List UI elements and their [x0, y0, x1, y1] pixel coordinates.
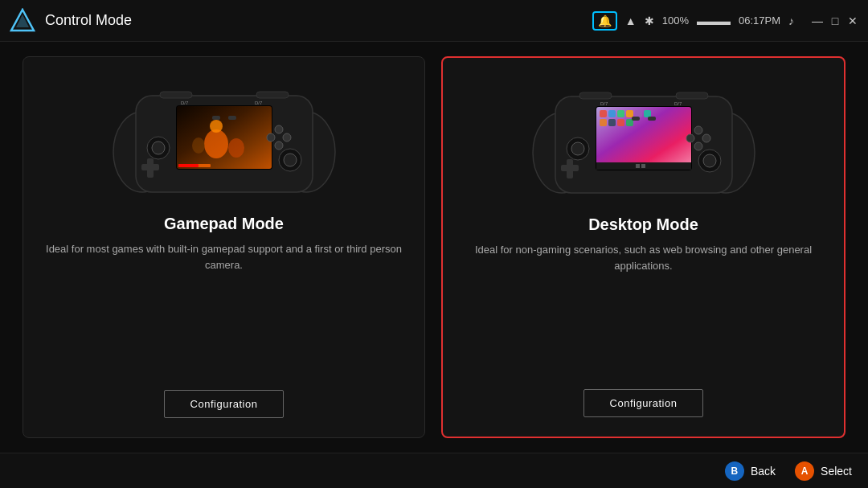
- svg-rect-61: [676, 92, 708, 99]
- svg-rect-60: [579, 92, 612, 99]
- back-badge: B: [725, 461, 744, 481]
- svg-point-15: [152, 141, 165, 154]
- gamepad-config-button[interactable]: Configuration: [164, 390, 285, 418]
- svg-rect-38: [600, 110, 607, 117]
- svg-point-51: [703, 154, 716, 167]
- app-logo: [10, 8, 35, 34]
- svg-rect-40: [617, 110, 624, 117]
- svg-rect-42: [635, 110, 642, 117]
- svg-point-23: [275, 141, 283, 150]
- svg-rect-19: [141, 164, 159, 170]
- notification-icon[interactable]: 🔔: [592, 11, 617, 31]
- maximize-button[interactable]: □: [829, 15, 841, 27]
- battery-icon: ▬▬▬: [697, 14, 731, 27]
- svg-point-49: [571, 142, 584, 155]
- window-controls: — □ ✕: [812, 15, 858, 27]
- desktop-config-button[interactable]: Configuration: [583, 389, 704, 417]
- gamepad-device-image: D/7 D/7: [112, 72, 337, 200]
- profile-icon: ♪: [788, 14, 794, 27]
- clock: 06:17PM: [739, 14, 780, 27]
- minimize-button[interactable]: —: [812, 15, 823, 27]
- gamepad-mode-desc: Ideal for most games with built-in gamep…: [43, 241, 405, 273]
- bluetooth-icon: ✱: [645, 14, 654, 27]
- back-action[interactable]: B Back: [725, 461, 776, 481]
- select-label: Select: [821, 465, 852, 478]
- battery-level: 100%: [662, 14, 689, 27]
- bottom-bar: B Back A Select: [0, 453, 868, 488]
- svg-point-54: [694, 126, 702, 134]
- svg-point-17: [284, 154, 297, 166]
- svg-point-21: [283, 133, 291, 141]
- close-button[interactable]: ✕: [847, 15, 858, 27]
- svg-rect-43: [644, 110, 651, 117]
- svg-rect-41: [626, 110, 633, 117]
- gamepad-mode-title: Gamepad Mode: [164, 215, 284, 233]
- desktop-mode-desc: Ideal for non-gaming scenarios, such as …: [462, 242, 825, 273]
- svg-point-9: [210, 120, 223, 133]
- desktop-mode-card[interactable]: D/7 D/7 Desktop Mode Ideal for non-gamin…: [441, 56, 845, 438]
- svg-point-57: [694, 142, 702, 150]
- svg-point-11: [192, 137, 205, 154]
- svg-text:D/7: D/7: [674, 101, 682, 106]
- svg-rect-62: [632, 117, 640, 121]
- gamepad-mode-card[interactable]: D/7 D/7 Gamepad Mode Ideal for most game…: [23, 56, 425, 438]
- page-title: Control Mode: [45, 12, 592, 29]
- wifi-icon: ▲: [625, 14, 637, 27]
- svg-point-10: [228, 138, 244, 158]
- svg-point-8: [204, 129, 228, 158]
- svg-rect-44: [600, 119, 607, 126]
- svg-point-56: [686, 134, 694, 142]
- svg-point-55: [702, 134, 710, 142]
- desktop-mode-title: Desktop Mode: [588, 215, 698, 234]
- svg-rect-46: [617, 119, 624, 126]
- svg-text:D/7: D/7: [600, 101, 608, 106]
- desktop-device-image: D/7 D/7: [531, 72, 756, 201]
- select-action[interactable]: A Select: [795, 461, 852, 481]
- svg-rect-29: [228, 116, 236, 120]
- main-content: D/7 D/7 Gamepad Mode Ideal for most game…: [0, 42, 868, 453]
- svg-rect-26: [160, 92, 192, 98]
- svg-rect-63: [648, 117, 656, 121]
- select-badge: A: [795, 461, 814, 481]
- svg-rect-37: [641, 164, 645, 168]
- back-label: Back: [751, 465, 776, 478]
- svg-rect-39: [608, 110, 616, 117]
- svg-rect-36: [636, 164, 640, 168]
- svg-rect-53: [561, 165, 579, 171]
- svg-rect-13: [178, 164, 199, 167]
- svg-text:D/7: D/7: [255, 100, 263, 105]
- titlebar-right: 🔔 ▲ ✱ 100% ▬▬▬ 06:17PM ♪ — □ ✕: [592, 11, 858, 31]
- svg-text:D/7: D/7: [181, 100, 189, 105]
- svg-point-20: [275, 125, 283, 133]
- svg-rect-27: [256, 92, 289, 98]
- svg-rect-45: [608, 119, 616, 126]
- titlebar: Control Mode 🔔 ▲ ✱ 100% ▬▬▬ 06:17PM ♪ — …: [0, 0, 868, 42]
- svg-point-22: [267, 133, 275, 141]
- svg-rect-28: [212, 116, 220, 120]
